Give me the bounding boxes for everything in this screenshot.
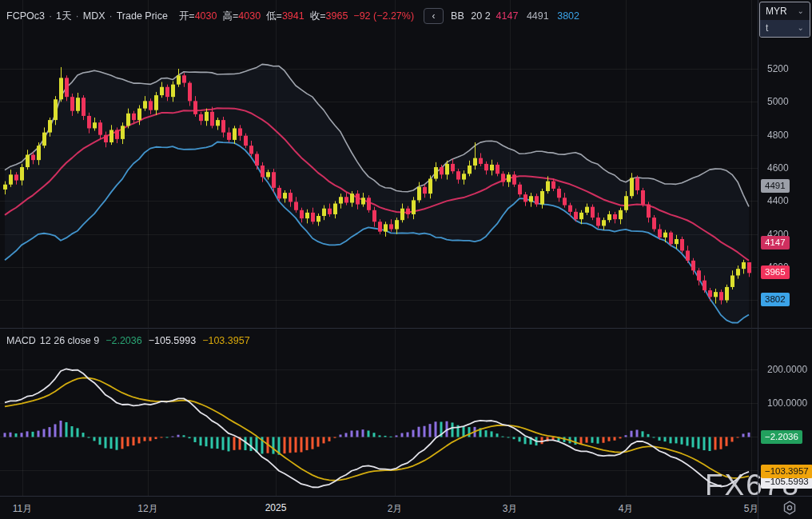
currency-unit-dropdown: MYR ⌄ t ⌄: [759, 2, 810, 38]
currency-value: MYR: [766, 6, 787, 17]
bb-lower-value: 3802: [557, 10, 579, 22]
macd-name: MACD: [6, 335, 36, 346]
macd-params: 12 26 close 9: [40, 335, 99, 346]
open-value: 开=4030: [179, 10, 217, 23]
axis-price-badge: −103.3957: [761, 465, 812, 478]
time-axis-border: [0, 496, 812, 497]
bb-mid-value: 4147: [496, 10, 519, 22]
exchange-label: MDX: [83, 10, 105, 22]
axis-price-badge: 3965: [761, 265, 790, 279]
collapse-indicators-button[interactable]: ‹: [424, 8, 444, 24]
axis-tick-label: 200.0000: [767, 363, 807, 376]
bb-upper-value: 4491: [527, 10, 549, 22]
chevron-down-icon: ⌄: [798, 25, 804, 31]
axis-tick-label: 4600: [767, 162, 789, 174]
symbol-legend: FCPOc3 · 1天 · MDX · Trade Price 开=4030 高…: [6, 8, 579, 24]
bb-values: 4147 4491 3802: [491, 10, 579, 22]
unit-value: t: [766, 22, 768, 34]
interval-label[interactable]: 1天: [56, 10, 71, 23]
axis-price-badge: 4491: [761, 179, 790, 193]
macd-hist-value: −2.2036: [105, 335, 142, 346]
unit-select[interactable]: t ⌄: [760, 20, 810, 38]
axis-tick-label: 4400: [767, 194, 789, 207]
axis-price-badge: −2.2036: [761, 430, 802, 444]
price-pane-canvas[interactable]: [0, 0, 758, 328]
chevron-down-icon: ⌄: [798, 8, 804, 14]
macd-legend[interactable]: MACD 12 26 close 9 −2.2036 −105.5993 −10…: [6, 335, 250, 346]
legend-separator: ·: [76, 10, 79, 22]
macd-line-value: −105.5993: [149, 335, 196, 346]
time-axis-label[interactable]: 11月: [13, 502, 32, 516]
time-axis-label[interactable]: 5月: [744, 502, 759, 516]
symbol-name[interactable]: FCPOc3: [6, 10, 45, 22]
legend-separator: ·: [109, 10, 113, 22]
axis-tick-label: 5200: [767, 62, 789, 75]
time-axis-label[interactable]: 4月: [619, 502, 634, 516]
legend-separator: ·: [49, 10, 52, 22]
series-type-label: Trade Price: [117, 10, 168, 22]
time-axis-label[interactable]: 3月: [503, 502, 518, 516]
change-value: −92 (−2.27%): [353, 10, 414, 22]
currency-select[interactable]: MYR ⌄: [760, 2, 810, 20]
bb-legend[interactable]: BB 20 2: [451, 10, 491, 22]
time-axis-label[interactable]: 12月: [137, 502, 157, 516]
high-value: 高=4030: [222, 10, 261, 23]
settings-icon[interactable]: [782, 500, 798, 516]
axis-tick-label: 5000: [767, 95, 789, 108]
axis-price-badge: 3802: [761, 293, 790, 306]
macd-pane-canvas[interactable]: [0, 329, 758, 496]
bb-params: 20 2: [471, 10, 490, 22]
time-axis-label[interactable]: 2025: [265, 502, 287, 513]
low-value: 低=3941: [266, 10, 304, 23]
axis-tick-label: 4800: [767, 129, 789, 142]
time-axis-label[interactable]: 2月: [388, 502, 403, 516]
trading-chart-app: { "header": { "symbol": "FCPOc3", "sep":…: [0, 0, 812, 519]
pane-divider[interactable]: [0, 328, 812, 329]
close-value: 收=3965: [310, 10, 348, 23]
macd-signal-value: −103.3957: [202, 335, 249, 346]
time-axis[interactable]: 11月12月20252月3月4月5月: [0, 497, 812, 519]
axis-price-badge: 4147: [761, 236, 790, 250]
price-axis[interactable]: 5200500048004600440042004000449141473965…: [758, 0, 812, 519]
bb-name: BB: [451, 10, 464, 22]
axis-tick-label: 100.0000: [767, 397, 807, 409]
